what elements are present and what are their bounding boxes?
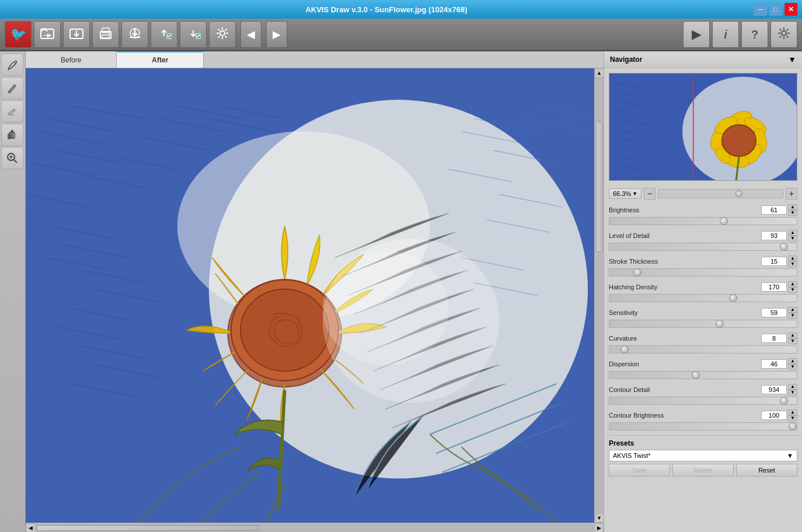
hatching-density-input[interactable] [761, 282, 787, 292]
hscroll-thumb[interactable] [37, 525, 259, 531]
forward-button[interactable]: ▶ [266, 21, 287, 48]
sensitivity-thumb[interactable] [716, 320, 724, 328]
zoom-tool[interactable] [1, 147, 23, 169]
level-of-detail-input[interactable] [761, 231, 787, 240]
tab-after[interactable]: After [117, 51, 204, 68]
contour-brightness-input[interactable] [761, 411, 787, 420]
curvature-slider-row [604, 344, 802, 356]
upload-settings-button[interactable] [151, 21, 177, 48]
settings-button[interactable] [209, 21, 236, 48]
level-of-detail-up[interactable]: ▲ [788, 230, 797, 236]
zoom-slider-thumb[interactable] [735, 190, 742, 197]
print-button[interactable] [92, 21, 119, 48]
sensitivity-slider[interactable] [609, 320, 797, 328]
dispersion-thumb[interactable] [692, 371, 700, 379]
eraser-tool[interactable] [1, 100, 23, 123]
minimize-button[interactable]: ─ [754, 3, 767, 16]
contour-brightness-thumb[interactable] [789, 422, 797, 430]
contour-detail-down[interactable]: ▼ [788, 390, 797, 396]
preferences-button[interactable] [770, 21, 797, 48]
contour-brightness-up[interactable]: ▲ [788, 410, 797, 415]
stroke-thickness-up[interactable]: ▲ [788, 256, 797, 261]
download-button[interactable] [121, 21, 148, 48]
curvature-down[interactable]: ▼ [788, 338, 797, 344]
dispersion-input[interactable] [761, 359, 787, 369]
curvature-thumb[interactable] [620, 345, 629, 354]
scroll-thumb[interactable] [596, 121, 603, 252]
level-of-detail-slider[interactable] [609, 243, 797, 251]
pencil-tool[interactable] [1, 77, 23, 99]
brightness-input[interactable] [761, 205, 787, 215]
sensitivity-up[interactable]: ▲ [788, 307, 797, 313]
zoom-slider[interactable] [658, 189, 783, 198]
brightness-down[interactable]: ▼ [788, 210, 797, 216]
download-settings-button[interactable] [180, 21, 207, 48]
dispersion-slider-row [604, 370, 802, 382]
level-of-detail-down[interactable]: ▼ [788, 236, 797, 242]
stroke-thickness-slider[interactable] [609, 268, 797, 276]
canvas-container[interactable] [26, 68, 594, 523]
hatching-density-up[interactable]: ▲ [788, 281, 797, 287]
presets-current-value: AKVIS Twist* [613, 452, 651, 459]
maximize-button[interactable]: □ [769, 3, 782, 16]
zoom-plus-button[interactable]: + [786, 188, 797, 200]
contour-brightness-slider[interactable] [609, 422, 797, 430]
presets-dropdown-arrow: ▼ [787, 452, 793, 459]
stroke-thickness-down[interactable]: ▼ [788, 261, 797, 267]
curvature-spinner: ▲ ▼ [788, 332, 797, 344]
navigator-collapse-icon[interactable]: ▼ [788, 55, 796, 64]
logo-button[interactable]: 🐦 [5, 21, 32, 48]
svg-line-17 [13, 159, 17, 163]
hatching-density-down[interactable]: ▼ [788, 287, 797, 293]
brush-tool[interactable] [1, 54, 23, 76]
brightness-thumb[interactable] [720, 217, 728, 225]
info-button[interactable]: i [712, 21, 739, 48]
stroke-thickness-thumb[interactable] [633, 268, 641, 276]
dispersion-slider[interactable] [609, 371, 797, 379]
scroll-down-button[interactable]: ▼ [595, 513, 604, 523]
navigator-preview[interactable] [609, 73, 797, 181]
stroke-thickness-input[interactable] [761, 257, 787, 266]
save-preset-button[interactable]: Save [609, 464, 670, 477]
curvature-input[interactable] [761, 334, 787, 343]
curvature-up[interactable]: ▲ [788, 332, 797, 338]
sensitivity-input[interactable] [761, 308, 787, 317]
pan-tool[interactable] [1, 124, 23, 146]
reset-preset-button[interactable]: Reset [736, 464, 797, 477]
contour-detail-input[interactable] [761, 385, 787, 394]
dispersion-down[interactable]: ▼ [788, 364, 797, 370]
zoom-minus-button[interactable]: − [644, 188, 655, 200]
presets-dropdown[interactable]: AKVIS Twist* ▼ [609, 450, 797, 461]
scroll-right-button[interactable]: ▶ [594, 523, 604, 533]
save-button[interactable] [63, 21, 90, 48]
brightness-slider[interactable] [609, 217, 797, 225]
brightness-up[interactable]: ▲ [788, 204, 797, 210]
svg-point-11 [782, 31, 786, 36]
dispersion-spinner: ▲ ▼ [788, 358, 797, 370]
level-of-detail-thumb[interactable] [780, 243, 788, 251]
contour-detail-up[interactable]: ▲ [788, 384, 797, 390]
params-section: Brightness ▲ ▼ Level of Detail ▲ ▼ [604, 202, 802, 433]
dispersion-up[interactable]: ▲ [788, 358, 797, 364]
contour-brightness-down[interactable]: ▼ [788, 415, 797, 421]
hatching-density-thumb[interactable] [729, 294, 737, 302]
contour-detail-label: Contour Detail [609, 386, 685, 393]
contour-detail-row: Contour Detail ▲ ▼ [604, 382, 802, 396]
zoom-percent-display[interactable]: 66.3% ▼ [609, 188, 641, 199]
canvas-area: Before After [26, 51, 604, 532]
open-button[interactable] [34, 21, 61, 48]
contour-detail-slider[interactable] [609, 397, 797, 405]
tab-before[interactable]: Before [26, 51, 117, 68]
delete-preset-button[interactable]: Delete [672, 464, 734, 477]
curvature-slider[interactable] [609, 345, 797, 354]
scroll-up-button[interactable]: ▲ [595, 68, 604, 78]
close-button[interactable]: ✕ [784, 3, 797, 16]
back-button[interactable]: ◀ [240, 21, 261, 48]
help-button[interactable]: ? [741, 21, 768, 48]
scroll-left-button[interactable]: ◀ [26, 523, 35, 533]
contour-detail-thumb[interactable] [780, 397, 788, 405]
run-button[interactable]: ▶ [683, 21, 710, 48]
hatching-density-slider[interactable] [609, 294, 797, 302]
curvature-row: Curvature ▲ ▼ [604, 330, 802, 344]
sensitivity-down[interactable]: ▼ [788, 313, 797, 318]
